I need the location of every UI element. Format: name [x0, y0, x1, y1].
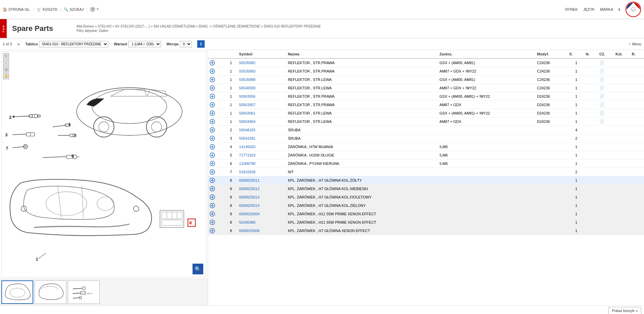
document-icon[interactable]: 📄 [599, 77, 604, 82]
wariant-group: Wariant 1 (LMA + !230) [114, 41, 161, 47]
table-row: 150535888REFLEKTOR , STR.LEWAGSX + (AM00… [208, 76, 644, 84]
part-n [584, 76, 598, 84]
part-symbol[interactable]: 6000625013 [238, 193, 286, 201]
tablica-select[interactable]: 55401-010 - REFLEKTORY PRZEDNIE [39, 41, 108, 47]
nav-home[interactable]: 🏠 STRONA GŁ. [3, 7, 31, 12]
add-part-button[interactable] [209, 102, 215, 108]
nav-search[interactable]: 🔍 SZUKAJ [64, 7, 84, 12]
part-symbol[interactable]: 50548325 [238, 126, 286, 134]
part-r [631, 218, 644, 227]
add-part-button[interactable] [209, 203, 215, 209]
part-number: 8 [224, 218, 237, 227]
add-part-button[interactable] [209, 186, 215, 192]
part-symbol[interactable]: 50563957 [238, 101, 286, 109]
part-symbol[interactable]: 50563961 [238, 109, 286, 118]
diagram-search-button[interactable]: 🔍 [193, 264, 203, 274]
part-symbol[interactable]: 6000625014 [238, 201, 286, 210]
add-part-button[interactable] [209, 77, 215, 83]
add-part-button[interactable] [209, 161, 215, 167]
add-part-button[interactable] [209, 135, 215, 141]
part-symbol[interactable]: 50563956 [238, 92, 286, 101]
document-icon[interactable]: 📄 [599, 94, 604, 99]
thumbnail-1[interactable] [1, 280, 33, 304]
add-part-button[interactable] [209, 60, 215, 66]
menu-button[interactable]: ○ Menu [629, 42, 641, 46]
document-icon[interactable]: 📄 [599, 86, 604, 90]
table-row: 150535882REFLEKTOR , STR.PRAWAGSX + (AM0… [208, 58, 644, 67]
main-content: + - ◻ ✋ [0, 50, 644, 305]
part-n [584, 101, 598, 109]
part-symbol[interactable]: 6000625011 [238, 176, 286, 185]
pan-tool-button[interactable]: ✋ [3, 73, 9, 79]
part-modyf [536, 160, 568, 168]
part-symbol[interactable]: 71771923 [238, 151, 286, 160]
document-icon[interactable]: 📄 [599, 119, 604, 124]
table-row: 414145020ŻARÓWKA , H7W MIJANIA!LM61 [208, 143, 644, 151]
alfa-romeo-logo: AR [625, 1, 641, 17]
add-part-button[interactable] [209, 211, 215, 217]
rynek-link[interactable]: RYNEK [565, 7, 578, 11]
document-icon[interactable]: 📄 [599, 69, 604, 74]
part-cz [598, 126, 614, 134]
part-symbol[interactable]: 51815928 [238, 168, 286, 176]
part-symbol[interactable]: 50290386 [238, 218, 286, 227]
jezyk-link[interactable]: JĘZYK [583, 7, 595, 11]
document-icon[interactable]: 📄 [599, 111, 604, 116]
wariant-select[interactable]: 1 (LMA + !230) [128, 41, 161, 47]
thumbnail-2[interactable] [35, 280, 66, 304]
part-modyf: D24236 [536, 101, 568, 109]
wariant-label: Wariant [114, 42, 127, 46]
part-zastos [438, 185, 536, 193]
add-part-button[interactable] [209, 93, 215, 99]
part-modyf: C24236 [536, 67, 568, 76]
add-cell [208, 118, 224, 126]
thumbnail-3[interactable]: A++ [68, 280, 100, 304]
add-part-button[interactable] [209, 127, 215, 133]
add-cell [208, 126, 224, 134]
part-name: ŻARÓWKA , H7W MIJANIA [286, 143, 438, 151]
add-part-button[interactable] [209, 85, 215, 91]
part-symbol[interactable]: 50535888 [238, 76, 286, 84]
part-symbol[interactable]: 50535883 [238, 67, 286, 76]
nav-cart[interactable]: 🛒 KOSZYK [37, 7, 58, 12]
info-button[interactable]: ℹ [197, 40, 205, 48]
part-symbol[interactable]: 50535882 [238, 58, 286, 67]
marka-link[interactable]: MARKA [600, 7, 613, 11]
page-nav-button[interactable]: » [17, 41, 20, 47]
cart-icon: 🛒 [37, 7, 42, 12]
part-symbol[interactable]: 6000625012 [238, 185, 286, 193]
part-symbol[interactable]: 50563964 [238, 118, 286, 126]
th-il: Il. [568, 50, 584, 58]
info-link[interactable]: ℹ [619, 7, 620, 12]
add-part-button[interactable] [209, 110, 215, 116]
show-cart-button[interactable]: Pokaż koszyk » [608, 307, 641, 314]
part-modyf [536, 134, 568, 143]
add-part-button[interactable] [209, 219, 215, 225]
part-symbol[interactable]: 11008790 [238, 160, 286, 168]
part-cz: 📄 [598, 109, 614, 118]
add-part-button[interactable] [209, 228, 215, 234]
add-part-button[interactable] [209, 68, 215, 74]
add-part-button[interactable] [209, 152, 215, 158]
document-icon[interactable]: 📄 [599, 102, 604, 107]
add-part-button[interactable] [209, 119, 215, 125]
nav-help[interactable]: ? ? [90, 7, 98, 12]
part-symbol[interactable]: 50543281 [238, 134, 286, 143]
wersja-select[interactable]: 0 [180, 41, 192, 47]
svg-line-22 [53, 125, 66, 127]
part-symbol[interactable]: 6000625006 [238, 227, 286, 235]
document-icon[interactable]: 📄 [599, 60, 604, 65]
add-part-button[interactable] [209, 144, 215, 150]
part-number: 8 [224, 193, 237, 201]
part-symbol[interactable]: 6000625004 [238, 210, 286, 218]
zoom-in-button[interactable]: + [3, 53, 9, 59]
select-tool-button[interactable]: ◻ [3, 66, 9, 73]
part-symbol[interactable]: 14145020 [238, 143, 286, 151]
zoom-out-button[interactable]: - [3, 60, 9, 66]
menu-label: Menu [632, 42, 641, 46]
part-symbol[interactable]: 50540000 [238, 84, 286, 92]
parts-panel[interactable]: Symbol Nazwa Zastos. Modyf. Il. N. CZ. K… [208, 50, 644, 305]
add-part-button[interactable] [209, 169, 215, 175]
add-part-button[interactable] [209, 194, 215, 200]
add-part-button[interactable] [209, 177, 215, 183]
